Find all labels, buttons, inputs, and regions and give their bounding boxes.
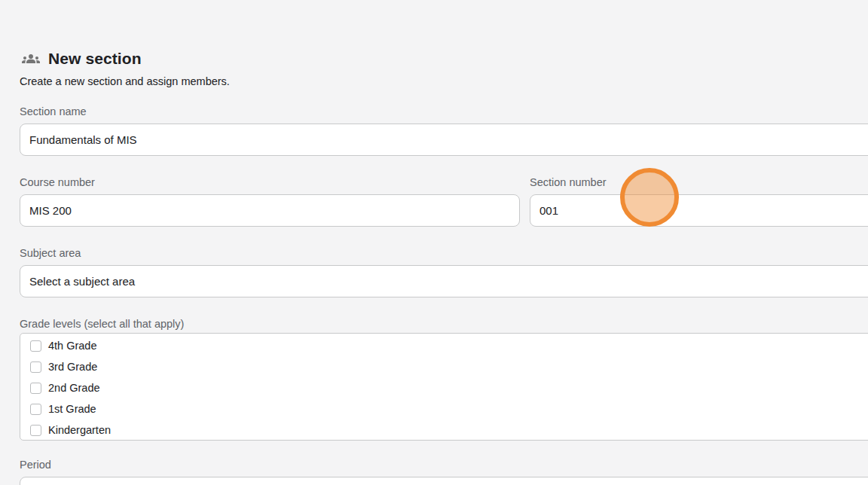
grade-3rd-checkbox[interactable] (30, 361, 41, 373)
subject-area-label: Subject area (20, 247, 868, 259)
subject-area-select[interactable]: Select a subject area (20, 265, 868, 297)
grade-option-label: 1st Grade (48, 403, 96, 415)
course-number-label: Course number (20, 176, 520, 188)
grade-1st-checkbox[interactable] (30, 404, 41, 415)
grade-levels-group: 4th Grade 3rd Grade 2nd Grade 1st Grade … (20, 333, 868, 441)
grade-levels-field: Grade levels (select all that apply) 4th… (20, 318, 868, 441)
period-field: Period (20, 459, 868, 485)
groups-icon (20, 48, 42, 69)
grade-4th-checkbox[interactable] (30, 340, 41, 352)
section-number-input[interactable] (530, 194, 868, 227)
period-label: Period (20, 459, 868, 471)
grade-kindergarten-checkbox[interactable] (30, 425, 41, 436)
grade-option-4th[interactable]: 4th Grade (30, 335, 868, 356)
period-input[interactable] (20, 477, 868, 485)
grade-option-label: 2nd Grade (48, 382, 100, 394)
grade-option-label: 4th Grade (48, 340, 97, 352)
section-number-field: Section number (530, 176, 868, 227)
grade-option-2nd[interactable]: 2nd Grade (30, 377, 868, 398)
number-fields-row: Course number Section number (20, 176, 868, 227)
new-section-form: New section Create a new section and ass… (20, 48, 868, 485)
section-name-label: Section name (20, 105, 868, 117)
grade-option-1st[interactable]: 1st Grade (30, 398, 868, 419)
grade-option-3rd[interactable]: 3rd Grade (30, 356, 868, 377)
page-title: New section (48, 50, 142, 68)
subject-area-field: Subject area Select a subject area (20, 247, 868, 297)
page-header: New section (20, 48, 868, 69)
grade-2nd-checkbox[interactable] (30, 383, 41, 394)
section-name-field: Section name (20, 105, 868, 156)
grade-option-kindergarten[interactable]: Kindergarten (30, 419, 868, 441)
grade-levels-label: Grade levels (select all that apply) (20, 318, 868, 330)
page-subtitle: Create a new section and assign members. (20, 75, 868, 87)
grade-option-label: Kindergarten (48, 424, 111, 436)
course-number-field: Course number (20, 176, 520, 227)
grade-option-label: 3rd Grade (48, 361, 97, 373)
course-number-input[interactable] (20, 194, 520, 227)
section-number-label: Section number (530, 176, 868, 188)
section-name-input[interactable] (20, 124, 868, 156)
